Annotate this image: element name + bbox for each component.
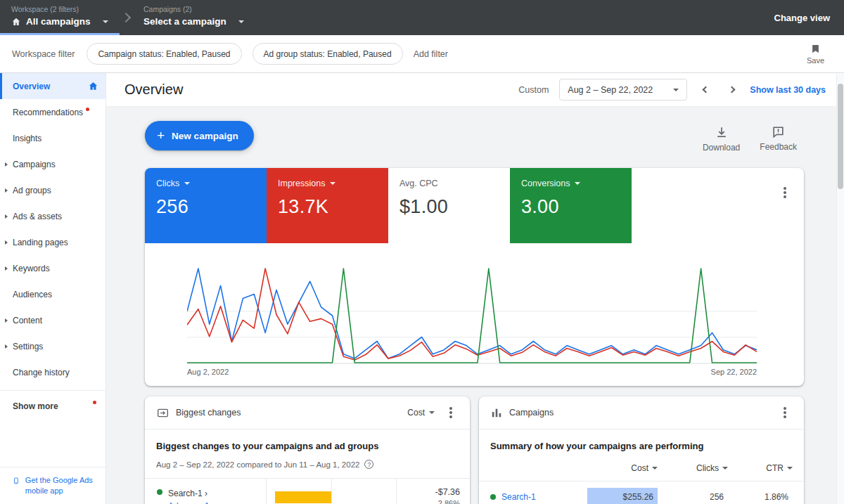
chevron-down-icon (722, 467, 728, 470)
breadcrumb-separator (120, 0, 132, 35)
card-menu-button[interactable] (776, 403, 794, 422)
card-title: Biggest changes (176, 408, 241, 418)
performance-trend-chart: Aug 2, 2022 Sep 22, 2022 (145, 243, 804, 386)
expand-arrow-icon (5, 214, 8, 219)
download-icon (715, 125, 729, 139)
expand-arrow-icon (5, 344, 8, 349)
metric-value: 256 (156, 196, 255, 218)
metric-value: 13.7K (278, 196, 377, 218)
previous-period-button[interactable] (698, 82, 713, 98)
sidebar-item-change-history[interactable]: Change history (0, 359, 106, 385)
column-header-clicks[interactable]: Clicks (696, 463, 728, 473)
main-content: Overview Custom Aug 2 – Sep 22, 2022 Sho… (106, 73, 844, 504)
sidebar-item-insights[interactable]: Insights (0, 125, 106, 151)
save-filter-button[interactable]: Save (807, 44, 834, 65)
card-menu-button[interactable] (776, 183, 794, 202)
card-menu-button[interactable] (442, 403, 460, 422)
new-campaign-button[interactable]: New campaign (145, 121, 254, 150)
campaign-selector-label: Campaigns (2) (143, 5, 244, 13)
campaign-name-link[interactable]: Search-1 (501, 492, 536, 502)
change-percent: -2.86% (397, 499, 460, 504)
status-enabled-icon (490, 494, 496, 500)
sidebar-item-keywords[interactable]: Keywords (0, 255, 106, 281)
chevron-down-icon (184, 182, 190, 185)
chevron-left-icon (702, 86, 709, 93)
sidebar-divider (0, 390, 106, 391)
campaign-selector[interactable]: Campaigns (2) Select a campaign (132, 0, 254, 35)
ad-group-link[interactable]: Ad group 1 (168, 500, 210, 504)
mobile-app-link[interactable]: Get the Google Ads mobile app (0, 467, 106, 504)
sidebar-show-more[interactable]: Show more (0, 395, 106, 418)
date-range-picker[interactable]: Aug 2 – Sep 22, 2022 (559, 79, 687, 101)
column-header-cost[interactable]: Cost (631, 463, 658, 473)
column-header-ctr[interactable]: CTR (766, 463, 793, 473)
phone-icon (13, 475, 20, 486)
campaign-status-filter-chip[interactable]: Campaign status: Enabled, Paused (87, 43, 241, 65)
scrollbar-thumb[interactable] (838, 84, 843, 189)
change-row[interactable]: Search-1 › Ad group 1 -$7.36 (145, 479, 470, 504)
chevron-down-icon (673, 89, 679, 91)
metric-tile-clicks[interactable]: Clicks 256 (145, 168, 267, 243)
ctr-cell: 1.86% (734, 488, 793, 504)
sidebar-item-audiences[interactable]: Audiences (0, 281, 106, 307)
cost-cell: $255.26 (587, 488, 658, 504)
campaigns-card: Campaigns Summary of how your campaigns … (479, 396, 804, 504)
workspace-selector[interactable]: Workspace (2 filters) All campaigns (0, 0, 120, 35)
biggest-changes-card: Biggest changes Cost Biggest changes to … (145, 396, 470, 504)
workspace-selector-label: Workspace (2 filters) (11, 5, 110, 13)
top-navigation-bar: Workspace (2 filters) All campaigns Camp… (0, 0, 844, 35)
expand-arrow-icon (5, 188, 8, 193)
expand-arrow-icon (5, 162, 8, 167)
add-filter-button[interactable]: Add filter (414, 49, 448, 59)
page-header: Overview Custom Aug 2 – Sep 22, 2022 Sho… (106, 73, 844, 107)
ad-group-status-filter-chip[interactable]: Ad group status: Enabled, Paused (252, 43, 403, 65)
metric-tile-avg-cpc[interactable]: Avg. CPC $1.00 (388, 168, 510, 243)
sidebar-item-content[interactable]: Content (0, 307, 106, 333)
sidebar-item-landing-pages[interactable]: Landing pages (0, 229, 106, 255)
card-heading: Summary of how your campaigns are perfor… (490, 441, 793, 451)
vertical-scrollbar[interactable] (836, 74, 844, 504)
chevron-down-icon (575, 182, 580, 185)
workspace-selector-value: All campaigns (26, 16, 91, 27)
metric-tile-impressions[interactable]: Impressions 13.7K (267, 168, 388, 243)
sidebar-item-ad-groups[interactable]: Ad groups (0, 177, 106, 203)
campaign-row[interactable]: Search-1 $255.26 256 1.86% (490, 488, 793, 504)
download-button[interactable]: Download (703, 125, 740, 153)
next-period-button[interactable] (724, 82, 739, 98)
change-bar-cell (266, 479, 397, 504)
sidebar-item-overview[interactable]: Overview (0, 73, 106, 99)
chevron-down-icon (330, 182, 335, 185)
plus-icon (157, 128, 165, 143)
show-last-30-days-link[interactable]: Show last 30 days (750, 85, 826, 95)
metric-value: 3.00 (521, 196, 620, 218)
campaigns-column-headers: Cost Clicks CTR (490, 463, 793, 473)
active-section-indicator (0, 33, 120, 35)
help-icon[interactable] (364, 460, 373, 469)
biggest-changes-icon (157, 407, 169, 419)
change-view-button[interactable]: Change view (774, 13, 830, 23)
x-axis-end-label: Sep 22, 2022 (711, 368, 757, 376)
sidebar-item-settings[interactable]: Settings (0, 333, 106, 359)
biggest-changes-metric-dropdown[interactable]: Cost (407, 408, 435, 418)
sidebar-item-campaigns[interactable]: Campaigns (0, 151, 106, 177)
notification-dot (86, 108, 89, 111)
chevron-down-icon (787, 467, 793, 470)
notification-dot (93, 401, 96, 404)
home-icon (11, 17, 21, 27)
change-value: -$7.36 (397, 487, 460, 497)
metric-value: $1.00 (399, 196, 499, 218)
sidebar-item-recommendations[interactable]: Recommendations (0, 99, 106, 125)
chevron-down-icon (238, 20, 244, 23)
campaign-selector-value: Select a campaign (143, 16, 226, 27)
date-range-type-label: Custom (518, 85, 549, 95)
metric-tile-conversions[interactable]: Conversions 3.00 (510, 168, 632, 243)
sidebar-item-ads-assets[interactable]: Ads & assets (0, 203, 106, 229)
expand-arrow-icon (5, 240, 8, 245)
campaign-name: Search-1 › (168, 487, 210, 500)
comparison-period: Aug 2 – Sep 22, 2022 compared to Jun 11 … (156, 460, 359, 469)
feedback-button[interactable]: Feedback (760, 125, 797, 153)
status-enabled-icon (157, 489, 162, 495)
trend-line-chart (187, 264, 757, 364)
chevron-down-icon (429, 411, 435, 414)
chevron-right-icon (728, 86, 735, 93)
